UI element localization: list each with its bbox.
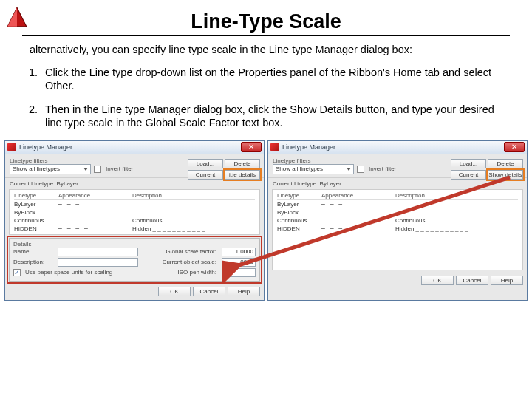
table-row[interactable]: ByLayer — — — — [277, 200, 518, 208]
filter-value: Show all linetypes — [13, 166, 60, 172]
table-row[interactable]: HIDDEN — — — — Hidden _ _ _ _ _ _ _ _ _ … — [277, 225, 518, 233]
col-appearance: Appearance — [58, 192, 132, 199]
app-icon — [270, 143, 279, 151]
table-row[interactable]: ByBlock — [14, 208, 255, 216]
details-panel: Details Name: Global scale factor: 1.000… — [9, 238, 260, 282]
app-icon — [7, 143, 16, 151]
chevron-down-icon — [347, 168, 351, 171]
filters-dropdown[interactable]: Show all linetypes — [10, 164, 91, 174]
iso-pen-label: ISO pen width: — [123, 269, 219, 276]
dialogs-row: Linetype Manager ✕ Load... Delete Curren… — [0, 140, 532, 301]
chevron-down-icon — [83, 168, 88, 171]
desc-label: Description: — [13, 259, 55, 265]
object-scale-label: Current object scale: — [141, 259, 219, 265]
invert-filter-label: Invert filter — [106, 166, 133, 172]
name-label: Name: — [13, 248, 55, 255]
intro-text: alternatively, you can specify line type… — [30, 44, 502, 55]
linetype-manager-dialog-collapsed: Linetype Manager ✕ Load... Delete Curren… — [267, 140, 528, 301]
bottom-bar: OK Cancel Help — [268, 273, 527, 289]
titlebar: Linetype Manager ✕ — [268, 141, 527, 154]
col-description: Description — [395, 192, 518, 199]
ok-button[interactable]: OK — [158, 287, 191, 296]
cancel-button[interactable]: Cancel — [456, 276, 488, 285]
close-icon[interactable]: ✕ — [241, 142, 262, 152]
invert-filter-checkbox[interactable] — [94, 166, 101, 173]
current-linetype-label: Current Linetype: ByLayer — [268, 178, 527, 189]
linetype-table: Linetype Appearance Description ByLayer … — [272, 189, 523, 270]
show-details-button[interactable]: Show details — [488, 170, 523, 180]
linetype-table: Linetype Appearance Description ByLayer … — [9, 189, 260, 235]
table-row[interactable]: ByBlock — [277, 208, 518, 216]
col-linetype: Linetype — [277, 192, 321, 199]
desc-field[interactable] — [58, 258, 138, 267]
name-field[interactable] — [58, 248, 138, 256]
current-button[interactable]: Current — [188, 170, 223, 180]
window-title: Linetype Manager — [19, 143, 72, 151]
help-button[interactable]: Help — [228, 287, 260, 296]
delete-button[interactable]: Delete — [488, 159, 523, 168]
details-heading: Details — [13, 241, 256, 248]
load-button[interactable]: Load... — [451, 159, 486, 168]
autocad-logo-icon — [4, 4, 30, 30]
global-scale-label: Global scale factor: — [141, 248, 219, 255]
filters-dropdown[interactable]: Show all linetypes — [273, 164, 354, 174]
table-row[interactable]: Continuous Continuous — [14, 216, 255, 225]
use-paper-space-label: Use paper space units for scaling — [25, 269, 120, 276]
table-row[interactable]: Continuous Continuous — [277, 216, 518, 225]
current-button[interactable]: Current — [451, 170, 486, 180]
title-underline — [22, 35, 510, 36]
ok-button[interactable]: OK — [421, 276, 454, 285]
col-description: Description — [132, 192, 255, 199]
side-buttons: Load... Delete Current Show details — [451, 159, 523, 180]
cancel-button[interactable]: Cancel — [193, 287, 225, 296]
table-row[interactable]: ByLayer — — — — [14, 200, 255, 208]
hide-details-button[interactable]: ide details — [225, 170, 260, 180]
filter-value: Show all linetypes — [276, 166, 323, 172]
load-button[interactable]: Load... — [188, 159, 223, 168]
help-button[interactable]: Help — [491, 276, 523, 285]
col-appearance: Appearance — [321, 192, 395, 199]
global-scale-field[interactable]: 1.0000 — [222, 248, 256, 256]
iso-pen-field[interactable] — [222, 268, 256, 277]
window-title: Linetype Manager — [282, 143, 335, 151]
step-1: Click the Line type drop-down list on th… — [41, 66, 502, 92]
step-2: Then in the Line type Manager dialog box… — [41, 103, 502, 129]
side-buttons: Load... Delete Current ide details — [188, 159, 260, 180]
col-linetype: Linetype — [14, 192, 58, 199]
invert-filter-label: Invert filter — [369, 166, 396, 172]
steps-list: Click the Line type drop-down list on th… — [41, 66, 502, 130]
table-row[interactable]: HIDDEN — — — — Hidden _ _ _ _ _ _ _ _ _ … — [14, 225, 255, 233]
linetype-manager-dialog-expanded: Linetype Manager ✕ Load... Delete Curren… — [4, 140, 265, 301]
page-title: Line-Type Scale — [0, 10, 532, 33]
titlebar: Linetype Manager ✕ — [5, 141, 264, 154]
bottom-bar: OK Cancel Help — [5, 284, 264, 300]
object-scale-field[interactable]: .0000 — [222, 258, 256, 267]
close-icon[interactable]: ✕ — [504, 142, 525, 152]
delete-button[interactable]: Delete — [225, 159, 260, 168]
invert-filter-checkbox[interactable] — [357, 166, 364, 173]
current-linetype-label: Current Linetype: ByLayer — [5, 178, 264, 189]
use-paper-space-checkbox[interactable] — [13, 269, 21, 276]
